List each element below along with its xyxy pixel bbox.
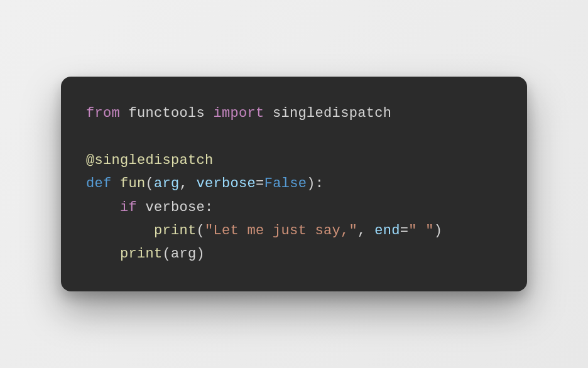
- space: [112, 176, 121, 192]
- import-name: singledispatch: [273, 106, 391, 121]
- close-paren-colon: ):: [307, 176, 324, 192]
- print-call: print: [120, 246, 163, 262]
- string-literal-space: " ": [408, 223, 434, 239]
- space: [137, 200, 146, 215]
- space: [264, 106, 273, 121]
- close-paren: ): [434, 223, 443, 239]
- function-name: fun: [120, 176, 146, 192]
- open-paren: (: [197, 223, 205, 239]
- param-arg: arg: [154, 176, 180, 192]
- equals: =: [256, 176, 264, 192]
- space: [120, 106, 129, 121]
- indent: [86, 223, 154, 239]
- arg-name: arg: [171, 246, 197, 262]
- print-call: print: [154, 223, 197, 239]
- close-paren: ): [197, 246, 205, 262]
- open-paren: (: [146, 176, 155, 192]
- code-line-1: from functools import singledispatch: [86, 102, 502, 125]
- code-block: from functools import singledispatch @si…: [61, 77, 527, 291]
- code-line-4: def fun(arg, verbose=False):: [86, 172, 502, 195]
- comma: ,: [180, 176, 197, 192]
- condition: verbose: [146, 200, 205, 215]
- keyword-if: if: [120, 200, 137, 215]
- param-verbose: verbose: [197, 176, 256, 192]
- code-line-6: print("Let me just say,", end=" "): [86, 219, 502, 242]
- keyword-import: import: [214, 106, 264, 121]
- decorator-at: @: [86, 153, 95, 168]
- code-line-3: @singledispatch: [86, 149, 502, 172]
- module-name: functools: [129, 106, 205, 121]
- comma: ,: [357, 223, 374, 239]
- indent: [86, 200, 120, 215]
- keyword-def: def: [86, 176, 112, 192]
- space: [205, 106, 214, 121]
- decorator-name: singledispatch: [95, 153, 214, 168]
- equals: =: [400, 223, 409, 239]
- colon: :: [205, 200, 214, 215]
- keyword-from: from: [86, 106, 120, 121]
- kwarg-end: end: [374, 223, 400, 239]
- string-literal: "Let me just say,": [205, 223, 357, 239]
- open-paren: (: [163, 246, 172, 262]
- code-line-5: if verbose:: [86, 196, 502, 219]
- blank-line: [86, 126, 502, 149]
- code-line-7: print(arg): [86, 242, 502, 266]
- indent: [86, 246, 120, 262]
- literal-false: False: [264, 176, 307, 192]
